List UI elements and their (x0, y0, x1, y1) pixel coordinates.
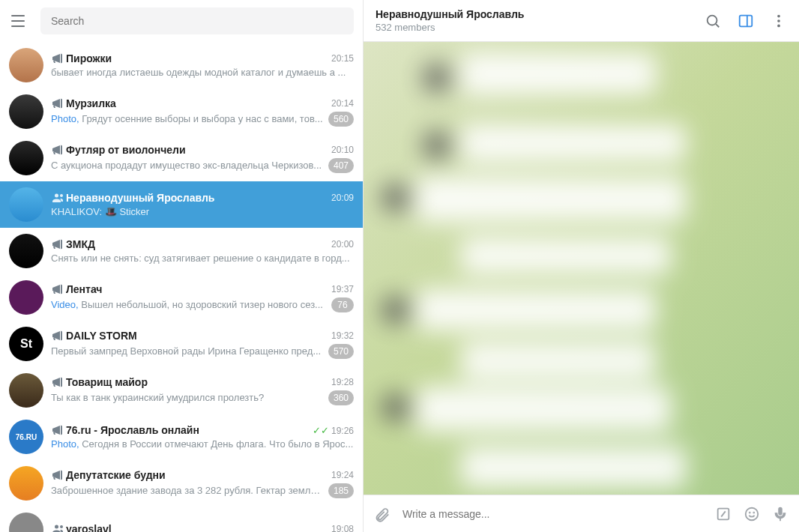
chat-item[interactable]: Депутатские будни19:24Заброшенное здание… (0, 460, 363, 507)
svg-point-10 (750, 512, 750, 513)
channel-icon (51, 330, 63, 342)
group-icon (51, 192, 63, 204)
chat-time: 19:37 (331, 284, 354, 294)
search-box[interactable] (40, 7, 354, 34)
chat-subtitle: 532 members (376, 22, 524, 33)
channel-icon (51, 144, 63, 156)
chat-time: 20:15 (331, 53, 354, 64)
chat-item[interactable]: Футляр от виолончели20:10С аукциона прод… (0, 135, 363, 181)
unread-badge: 76 (331, 297, 354, 312)
avatar: St (9, 327, 43, 361)
chat-name: Мурзилка (66, 97, 116, 109)
avatar (9, 141, 43, 175)
chat-time: 19:28 (331, 377, 354, 387)
chat-item[interactable]: Пирожки20:15бывает иногда листаешь одежд… (0, 42, 363, 88)
chat-time: 20:10 (331, 145, 354, 155)
chat-preview: KHALIKOV: 🎩 Sticker (51, 206, 354, 217)
svg-rect-2 (740, 15, 753, 26)
chat-item[interactable]: yaroslavl19:08 (0, 507, 363, 532)
chat-name: Неравнодушный Ярославль (66, 192, 214, 204)
avatar (9, 373, 43, 408)
group-icon (51, 523, 63, 533)
avatar (9, 48, 43, 82)
composer (364, 495, 799, 532)
chat-preview: Снять или не снять: суд затягивает решен… (51, 253, 354, 264)
search-input[interactable] (51, 15, 343, 27)
svg-point-5 (777, 19, 780, 22)
chat-time: ✓✓19:26 (313, 425, 354, 436)
chat-item[interactable]: Товарищ майор19:28Ты как в танк украинск… (0, 367, 363, 414)
messages-area[interactable] (364, 42, 799, 495)
channel-icon (51, 52, 63, 64)
chat-name: Футляр от виолончели (66, 144, 186, 156)
main-panel: Неравнодушный Ярославль 532 members (364, 0, 799, 532)
command-icon[interactable] (715, 506, 732, 522)
chat-item[interactable]: Лентач19:37Video, Вышел небольшой, но зд… (0, 274, 363, 321)
chat-preview: Video, Вышел небольшой, но здоровский ти… (51, 299, 327, 310)
menu-icon[interactable] (9, 12, 27, 30)
avatar (9, 94, 43, 129)
avatar (9, 280, 43, 315)
unread-badge: 560 (328, 112, 354, 127)
channel-icon (51, 238, 63, 250)
read-checks-icon: ✓✓ (313, 425, 329, 436)
chat-name: 76.ru - Ярославль онлайн (66, 424, 199, 436)
svg-point-0 (708, 15, 717, 25)
avatar: 76.RU (9, 420, 43, 454)
chat-preview: С аукциона продадут имущество экс-владел… (51, 160, 324, 171)
chat-preview: Photo, Грядут осенние выборы и выбора у … (51, 113, 324, 124)
unread-badge: 570 (328, 344, 354, 359)
avatar (9, 513, 43, 532)
channel-icon (51, 283, 63, 295)
chat-preview: Первый зампред Верховной рады Ирина Гера… (51, 345, 324, 357)
chat-list[interactable]: Пирожки20:15бывает иногда листаешь одежд… (0, 42, 363, 532)
unread-badge: 407 (328, 158, 354, 173)
emoji-icon[interactable] (744, 506, 760, 522)
svg-point-9 (746, 507, 759, 520)
svg-line-8 (721, 511, 726, 516)
chat-time: 20:14 (331, 98, 354, 109)
search-icon[interactable] (705, 13, 721, 29)
chat-preview: Ты как в танк украинский умудрился проле… (51, 392, 324, 403)
chat-preview: Photo, Сегодня в России отмечают День фл… (51, 438, 354, 450)
chat-preview: Заброшенное здание завода за 3 282 рубля… (51, 485, 324, 496)
unread-badge: 185 (328, 483, 354, 498)
channel-icon (51, 469, 63, 481)
chat-name: Лентач (66, 283, 103, 295)
channel-icon (51, 376, 63, 388)
chat-time: 20:09 (331, 193, 354, 203)
avatar (9, 234, 43, 268)
chat-header: Неравнодушный Ярославль 532 members (364, 0, 799, 42)
chat-name: Товарищ майор (66, 376, 148, 388)
channel-icon (51, 97, 63, 109)
chat-item[interactable]: StDAILY STORM19:32Первый зампред Верховн… (0, 321, 363, 367)
svg-point-11 (753, 512, 754, 513)
chat-item[interactable]: ЗМКД20:00Снять или не снять: суд затягив… (0, 228, 363, 274)
svg-line-1 (716, 24, 719, 27)
chat-item[interactable]: Мурзилка20:14Photo, Грядут осенние выбор… (0, 88, 363, 135)
chat-name: Депутатские будни (66, 469, 166, 481)
sidebar: Пирожки20:15бывает иногда листаешь одежд… (0, 0, 364, 532)
sidebar-header (0, 0, 363, 42)
chat-name: yaroslavl (66, 523, 112, 533)
chat-title: Неравнодушный Ярославль (376, 8, 524, 20)
sidepanel-icon[interactable] (738, 13, 754, 29)
avatar (9, 187, 43, 222)
svg-point-4 (777, 14, 780, 17)
chat-header-info[interactable]: Неравнодушный Ярославль 532 members (376, 8, 524, 33)
message-input[interactable] (402, 508, 703, 520)
chat-preview: бывает иногда листаешь одежды модной кат… (51, 67, 354, 78)
mic-icon[interactable] (772, 506, 789, 522)
chat-item[interactable]: 76.RU76.ru - Ярославль онлайн✓✓19:26Phot… (0, 414, 363, 460)
channel-icon (51, 424, 63, 436)
chat-time: 19:24 (331, 470, 354, 480)
chat-item[interactable]: Неравнодушный Ярославль20:09KHALIKOV: 🎩 … (0, 181, 363, 228)
chat-name: Пирожки (66, 52, 112, 64)
chat-name: DAILY STORM (66, 330, 137, 342)
unread-badge: 360 (328, 390, 354, 405)
svg-point-6 (777, 24, 780, 27)
attach-icon[interactable] (374, 506, 391, 522)
chat-time: 19:32 (331, 330, 354, 341)
chat-time: 19:08 (331, 524, 354, 533)
more-icon[interactable] (771, 13, 787, 29)
